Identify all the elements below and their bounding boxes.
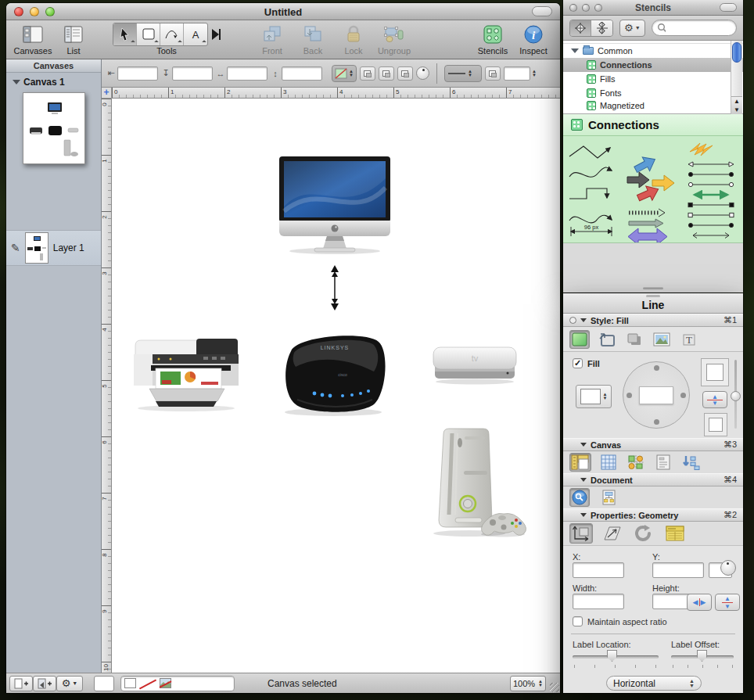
line-tool[interactable]: [160, 23, 184, 45]
inspector-titlebar[interactable]: Line: [563, 293, 743, 314]
geometry-y-field[interactable]: [652, 562, 704, 578]
stencil-item-fonts[interactable]: Fonts: [563, 86, 743, 100]
flip-vertical-button[interactable]: ▲▼: [715, 594, 740, 611]
shadow-option-button-3[interactable]: [397, 66, 413, 81]
orientation-select[interactable]: Horizontal ▲▼: [606, 676, 702, 691]
geometry-section-header[interactable]: Properties: Geometry ⌘2: [563, 508, 743, 522]
label-offset-slider[interactable]: [671, 655, 734, 659]
document-section-header[interactable]: Document ⌘4: [563, 473, 743, 486]
swap-colors-button[interactable]: ▲▼: [702, 391, 727, 408]
geometry-width-field[interactable]: [573, 594, 624, 609]
canvas-object-printer[interactable]: [127, 333, 245, 416]
horizontal-ruler[interactable]: 0 1 2 3 4 5 6 7: [112, 88, 560, 99]
stencil-item-fills[interactable]: Fills: [563, 72, 743, 86]
dial-dot-south[interactable]: [654, 419, 659, 425]
fill-checkbox[interactable]: ✓: [573, 358, 583, 368]
document-magnify-tab[interactable]: [569, 488, 590, 507]
color-stepper[interactable]: ▲▼: [603, 393, 608, 400]
dial-dot-east[interactable]: [680, 393, 686, 398]
resize-grip[interactable]: [550, 683, 559, 692]
diagram-layout-tab[interactable]: [680, 453, 701, 472]
shadow-option-button-1[interactable]: [360, 66, 375, 81]
maintain-aspect-checkbox[interactable]: [573, 616, 583, 626]
front-button[interactable]: Front: [252, 23, 293, 56]
geometry-x-field[interactable]: [573, 562, 624, 578]
stencil-action-menu-button[interactable]: ⚙▼: [619, 20, 645, 37]
stencil-folder-common[interactable]: Common: [563, 44, 743, 58]
fill-color-well[interactable]: ▲▼: [576, 385, 612, 408]
image-none-chip[interactable]: [160, 678, 171, 688]
main-titlebar[interactable]: Untitled: [6, 3, 560, 20]
object-x-field[interactable]: [117, 66, 158, 81]
disclosure-triangle-icon[interactable]: [571, 48, 579, 53]
canvas-fill-swatch[interactable]: [94, 676, 114, 691]
add-canvas-button[interactable]: [9, 676, 33, 691]
fill-preview-bottom[interactable]: [704, 413, 727, 436]
canvases-button[interactable]: Canvases: [13, 23, 53, 56]
collapse-triangle-icon[interactable]: [580, 318, 587, 322]
vertical-ruler[interactable]: 0 1 2 3 4 5 6 7 8 9 10: [102, 99, 112, 673]
fill-none-chip[interactable]: [124, 678, 136, 688]
canvas-action-menu-button[interactable]: ⚙▼: [56, 676, 83, 691]
stencil-view-single-button[interactable]: [570, 20, 591, 36]
outline-tab[interactable]: [653, 453, 673, 472]
gradient-direction-dial[interactable]: [623, 361, 690, 429]
stencil-list-scrollbar[interactable]: ▲▼: [731, 41, 742, 114]
canvas-object-wireless-router[interactable]: LINKSYS cisco: [274, 328, 393, 421]
line-width-stepper[interactable]: ▲▼: [532, 70, 537, 77]
stencils-button[interactable]: Stencils: [472, 23, 513, 56]
stencil-view-grid-button[interactable]: [591, 20, 612, 36]
collapse-triangle-icon[interactable]: [580, 513, 587, 517]
inspector-drag-handle[interactable]: [646, 295, 660, 297]
geometry-tab[interactable]: [569, 523, 593, 544]
toolbar-toggle-button[interactable]: [532, 6, 552, 16]
tools-expand-icon[interactable]: [211, 27, 221, 41]
object-height-field[interactable]: [282, 66, 322, 81]
search-input[interactable]: [668, 23, 731, 33]
canvas-size-tab[interactable]: [569, 453, 591, 472]
corner-style-button[interactable]: [485, 66, 501, 81]
shadow-tab[interactable]: [624, 330, 644, 349]
text-tool[interactable]: A: [184, 23, 207, 45]
layer-1-row[interactable]: ✎ Layer 1: [6, 230, 101, 266]
label-location-slider[interactable]: [573, 655, 659, 659]
collapse-triangle-icon[interactable]: [580, 478, 587, 482]
add-layer-button[interactable]: [33, 676, 56, 691]
canvas-object-xbox-360[interactable]: [421, 425, 529, 542]
shear-tab[interactable]: [601, 523, 624, 544]
rotation-knob[interactable]: [416, 66, 429, 80]
selection-tool[interactable]: [113, 23, 137, 45]
slider-thumb[interactable]: [697, 650, 707, 662]
lock-button[interactable]: Lock: [333, 23, 374, 56]
back-button[interactable]: Back: [293, 23, 333, 56]
scrollbar-arrows[interactable]: ▲▼: [731, 96, 742, 114]
list-button[interactable]: List: [53, 23, 94, 56]
object-y-field[interactable]: [172, 66, 213, 81]
canvas-1-thumbnail[interactable]: [23, 92, 85, 164]
stroke-tab[interactable]: [597, 330, 617, 349]
dial-dot-west[interactable]: [627, 393, 632, 398]
canvas-object-vertical-double-arrow[interactable]: [329, 265, 341, 314]
image-tab[interactable]: [652, 330, 672, 349]
note-tab[interactable]: [663, 523, 687, 544]
dial-center-swatch[interactable]: [639, 386, 673, 404]
toolbar-toggle-button[interactable]: [720, 3, 737, 12]
rotation-dial[interactable]: [720, 560, 736, 576]
grid-tab[interactable]: [598, 453, 619, 472]
fill-tab[interactable]: [569, 330, 590, 349]
stencil-item-connections[interactable]: Connections: [563, 58, 743, 72]
slider-thumb[interactable]: [731, 391, 741, 401]
line-width-field[interactable]: [504, 66, 530, 81]
zoom-control[interactable]: 100% ▲▼: [510, 676, 546, 691]
line-style-button[interactable]: ▲▼: [444, 65, 482, 82]
connections-stencil-preview[interactable]: 96 px: [563, 136, 743, 242]
ungroup-button[interactable]: Ungroup: [374, 23, 415, 56]
rotation-tab[interactable]: [632, 523, 655, 544]
scrollbar-thumb[interactable]: [732, 42, 741, 63]
flip-horizontal-button[interactable]: ◀▶: [687, 594, 712, 611]
style-fill-section-header[interactable]: Style: Fill ⌘1: [563, 314, 743, 327]
zoom-stepper[interactable]: ▲▼: [538, 680, 543, 687]
slider-thumb[interactable]: [607, 650, 617, 662]
alignment-tab[interactable]: [626, 453, 646, 472]
stroke-none-chip[interactable]: [140, 678, 156, 688]
